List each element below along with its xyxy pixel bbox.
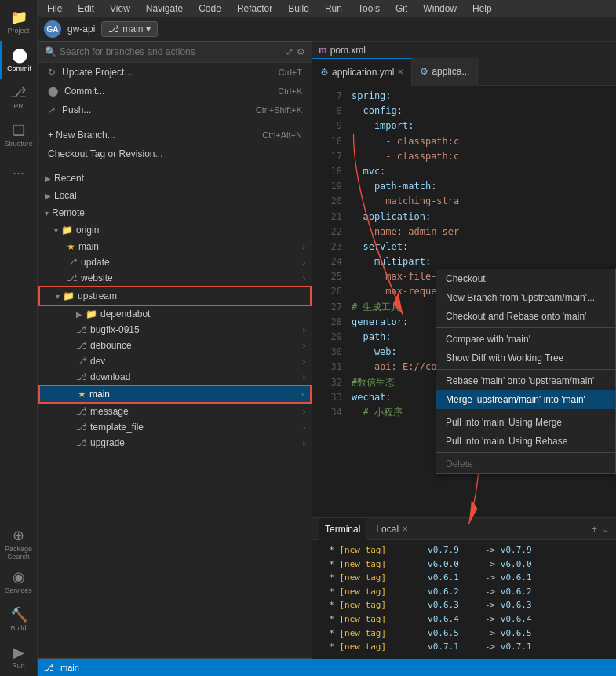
terminal-line: * [new tag] v0.6.1 -> v0.6.1 bbox=[319, 571, 610, 585]
upstream-bugfix-branch[interactable]: ⎇ bugfix-0915 › bbox=[38, 322, 312, 338]
pull-rebase-item[interactable]: Pull into 'main' Using Rebase bbox=[436, 432, 615, 451]
local-tab-close[interactable]: ✕ bbox=[402, 524, 408, 533]
terminal-line: * [new tag] v0.7.9 -> v0.7.9 bbox=[319, 543, 610, 557]
new-branch-action[interactable]: + New Branch... Ctrl+Alt+N bbox=[38, 126, 312, 144]
dependabot-chevron: ▶ bbox=[76, 310, 82, 319]
new-branch-from-item[interactable]: New Branch from 'upstream/main'... bbox=[436, 288, 615, 307]
sidebar-item-run[interactable]: ▶ Run bbox=[0, 638, 38, 676]
menu-window[interactable]: Window bbox=[420, 3, 460, 14]
menu-run[interactable]: Run bbox=[322, 3, 345, 14]
terminal-tab[interactable]: Terminal bbox=[319, 518, 366, 540]
recent-section-header[interactable]: ▶ Recent bbox=[38, 170, 312, 187]
plus-icon[interactable]: + bbox=[592, 524, 597, 535]
menu-tools[interactable]: Tools bbox=[355, 3, 383, 14]
origin-website-branch[interactable]: ⎇ website › bbox=[38, 270, 312, 286]
context-menu: Checkout New Branch from 'upstream/main'… bbox=[436, 269, 616, 474]
separator bbox=[436, 327, 615, 328]
code-line: 8 config: bbox=[312, 104, 616, 119]
checkout-rebase-item[interactable]: Checkout and Rebase onto 'main' bbox=[436, 307, 615, 326]
arrow-right-icon: › bbox=[303, 407, 305, 416]
tab-close-icon[interactable]: ✕ bbox=[397, 68, 403, 76]
pom-filename: pom.xml bbox=[330, 45, 366, 56]
project-name: gw-api bbox=[67, 24, 95, 35]
arrow-right-icon: › bbox=[303, 243, 305, 251]
terminal-line: * [new tag] v0.6.4 -> v0.6.4 bbox=[319, 612, 610, 627]
upstream-debounce-branch[interactable]: ⎇ debounce › bbox=[38, 338, 312, 353]
upstream-message-branch[interactable]: ⎇ message › bbox=[38, 404, 312, 419]
push-action[interactable]: ↗ Push... Ctrl+Shift+K bbox=[38, 100, 312, 119]
checkout-item[interactable]: Checkout bbox=[436, 269, 615, 288]
separator bbox=[436, 369, 615, 370]
terminal-actions: + ⌄ bbox=[592, 524, 610, 535]
branch-icon-download: ⎇ bbox=[76, 371, 87, 382]
origin-folder-icon: 📁 bbox=[61, 225, 73, 236]
upstream-dependabot-branch[interactable]: ▶ 📁 dependabot bbox=[38, 306, 312, 322]
sidebar-item-more[interactable]: ··· bbox=[0, 154, 38, 192]
remote-section-header[interactable]: ▾ Remote bbox=[38, 204, 312, 221]
local-section-header[interactable]: ▶ Local bbox=[38, 187, 312, 204]
checkout-tag-action[interactable]: Checkout Tag or Revision... bbox=[38, 144, 312, 163]
star-icon-main: ★ bbox=[78, 389, 86, 400]
branch-search-input[interactable] bbox=[60, 46, 282, 57]
menu-file[interactable]: File bbox=[44, 3, 65, 14]
upstream-download-branch[interactable]: ⎇ download › bbox=[38, 369, 312, 385]
arrow-right-icon: › bbox=[301, 390, 304, 399]
star-icon: ★ bbox=[67, 241, 75, 252]
origin-update-branch[interactable]: ⎇ update › bbox=[38, 254, 312, 270]
editor-tabs: ⚙ application.yml ✕ ⚙ applica... bbox=[312, 58, 616, 86]
separator bbox=[436, 411, 615, 411]
menu-view[interactable]: View bbox=[107, 3, 133, 14]
sidebar-item-project[interactable]: 📁 Project bbox=[0, 3, 38, 41]
commit-action[interactable]: ⬤ Commit... Ctrl+K bbox=[38, 82, 312, 100]
upstream-upgrade-branch[interactable]: ⎇ upgrade › bbox=[38, 435, 312, 451]
commit-dot-icon: ⬤ bbox=[48, 86, 58, 97]
origin-header[interactable]: ▾ 📁 origin bbox=[38, 221, 312, 239]
branch-selector[interactable]: ⎇ main ▾ bbox=[101, 21, 158, 37]
merge-item[interactable]: Merge 'upstream/main' into 'main' Merge … bbox=[436, 390, 615, 409]
upstream-template-branch[interactable]: ⎇ template_file › bbox=[38, 419, 312, 435]
settings-icon: ⚙ bbox=[297, 46, 305, 57]
sidebar-item-commit[interactable]: ⬤ Commit bbox=[0, 41, 38, 79]
menu-git[interactable]: Git bbox=[392, 3, 410, 14]
push-icon: ↗ bbox=[48, 104, 56, 115]
menu-edit[interactable]: Edit bbox=[75, 3, 97, 14]
menu-help[interactable]: Help bbox=[469, 3, 495, 14]
branch-bar: GA gw-api ⎇ main ▾ bbox=[38, 17, 616, 41]
tab-application-yml[interactable]: ⚙ application.yml ✕ bbox=[312, 58, 412, 86]
delete-item: Delete bbox=[436, 455, 615, 473]
menu-navigate[interactable]: Navigate bbox=[143, 3, 186, 14]
sidebar-item-pr[interactable]: ⎇ PR bbox=[0, 79, 38, 116]
update-project-action[interactable]: ↻ Update Project... Ctrl+T bbox=[38, 63, 312, 82]
pull-merge-item[interactable]: Pull into 'main' Using Merge bbox=[436, 413, 615, 432]
code-line: 20 matching-stra bbox=[312, 194, 616, 209]
branch-search-bar: 🔍 ⤢ ⚙ bbox=[38, 42, 312, 63]
tab-applica[interactable]: ⚙ applica... bbox=[412, 58, 478, 86]
origin-main-branch[interactable]: ★ main › bbox=[38, 239, 312, 254]
sidebar-item-build[interactable]: 🔨 Build bbox=[0, 601, 38, 638]
menu-build[interactable]: Build bbox=[285, 3, 312, 14]
rebase-item[interactable]: Rebase 'main' onto 'upstream/main' bbox=[436, 371, 615, 390]
terminal-panel: Terminal Local ✕ + ⌄ * [new tag] v0.7.9 … bbox=[312, 517, 616, 659]
upstream-header[interactable]: ▾ 📁 upstream bbox=[38, 286, 312, 306]
show-diff-item[interactable]: Show Diff with Working Tree bbox=[436, 349, 615, 367]
arrow-right-icon: › bbox=[303, 439, 305, 448]
arrow-right-icon: › bbox=[303, 357, 305, 366]
status-branch-label: main bbox=[60, 663, 79, 672]
terminal-line: * [new tag] v0.6.5 -> v0.6.5 bbox=[319, 627, 610, 641]
menu-refactor[interactable]: Refactor bbox=[234, 3, 275, 14]
sidebar-item-services[interactable]: ◉ Services bbox=[0, 563, 38, 601]
sidebar-item-structure[interactable]: ❑ Structure bbox=[0, 116, 38, 154]
upstream-dev-branch[interactable]: ⎇ dev › bbox=[38, 353, 312, 369]
menu-code[interactable]: Code bbox=[195, 3, 224, 14]
local-tab[interactable]: Local ✕ bbox=[370, 518, 414, 540]
activity-bar: 📁 Project ⬤ Commit ⎇ PR ❑ Structure ··· … bbox=[0, 0, 38, 676]
upstream-folder-icon: 📁 bbox=[63, 290, 75, 301]
sidebar-item-package-search[interactable]: ⊕ Package Search bbox=[0, 525, 38, 563]
upstream-main-branch[interactable]: ★ main › bbox=[38, 385, 312, 404]
code-line: 18 mvc: bbox=[312, 164, 616, 179]
chevron-down-icon[interactable]: ⌄ bbox=[602, 524, 610, 535]
yml-file-icon: ⚙ bbox=[320, 67, 329, 78]
project-badge: GA bbox=[44, 20, 61, 38]
dependabot-folder-icon: 📁 bbox=[86, 309, 97, 320]
compare-item[interactable]: Compare with 'main' bbox=[436, 330, 615, 349]
